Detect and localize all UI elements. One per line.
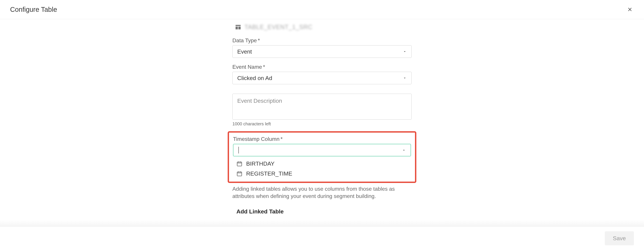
timestamp-option-label: REGISTER_TIME [246, 170, 292, 177]
data-type-value: Event [237, 48, 252, 55]
chevron-down-icon [403, 76, 407, 80]
linked-tables-help: Adding linked tables allows you to use c… [232, 185, 412, 200]
timestamp-column-field: Timestamp Column * BIRTHDAY [233, 136, 411, 179]
close-icon [627, 7, 633, 13]
timestamp-option-label: BIRTHDAY [246, 160, 274, 167]
event-name-value: Clicked on Ad [237, 75, 272, 81]
svg-rect-0 [236, 25, 240, 26]
page-title: Configure Table [10, 6, 57, 13]
timestamp-option-birthday[interactable]: BIRTHDAY [233, 159, 411, 169]
timestamp-dropdown-list: BIRTHDAY REGISTER_TIME [233, 159, 411, 179]
required-mark: * [280, 136, 282, 142]
required-mark: * [258, 37, 260, 44]
data-type-select[interactable]: Event [232, 45, 412, 58]
text-cursor [238, 147, 239, 154]
event-description-placeholder: Event Description [237, 97, 282, 104]
svg-rect-3 [237, 162, 242, 166]
svg-rect-2 [238, 27, 240, 30]
source-table-name: TABLE_EVENT_1_SRC [244, 24, 312, 31]
table-icon [235, 24, 242, 31]
modal-footer: Save [0, 226, 644, 250]
calendar-icon [236, 171, 242, 177]
timestamp-column-label: Timestamp Column * [233, 136, 411, 142]
save-button[interactable]: Save [605, 231, 634, 245]
modal-content: TABLE_EVENT_1_SRC Data Type * Event Even… [232, 19, 412, 215]
timestamp-column-select[interactable] [233, 144, 411, 156]
data-type-field: Data Type * Event [232, 37, 412, 58]
source-table-row: TABLE_EVENT_1_SRC [232, 24, 412, 31]
characters-left: 1000 characters left [232, 121, 412, 127]
calendar-icon [236, 161, 242, 167]
required-mark: * [263, 64, 265, 70]
timestamp-highlight: Timestamp Column * BIRTHDAY [228, 131, 416, 183]
add-linked-table-button[interactable]: Add Linked Table [232, 208, 412, 215]
event-name-select[interactable]: Clicked on Ad [232, 72, 412, 84]
close-button[interactable] [626, 6, 634, 14]
svg-rect-1 [236, 27, 238, 30]
chevron-up-icon [402, 148, 406, 152]
chevron-down-icon [403, 50, 407, 54]
svg-rect-4 [237, 172, 242, 176]
data-type-label: Data Type * [232, 37, 412, 44]
event-description-field: Event Description 1000 characters left [232, 94, 412, 127]
configure-table-modal: Configure Table TABLE_EVENT_1_SRC Data T… [0, 0, 644, 250]
footer-shadow [0, 220, 644, 226]
timestamp-option-register-time[interactable]: REGISTER_TIME [233, 169, 411, 179]
event-description-input[interactable]: Event Description [232, 94, 412, 119]
event-name-label: Event Name * [232, 64, 412, 70]
modal-header: Configure Table [0, 0, 644, 19]
event-name-field: Event Name * Clicked on Ad [232, 64, 412, 84]
